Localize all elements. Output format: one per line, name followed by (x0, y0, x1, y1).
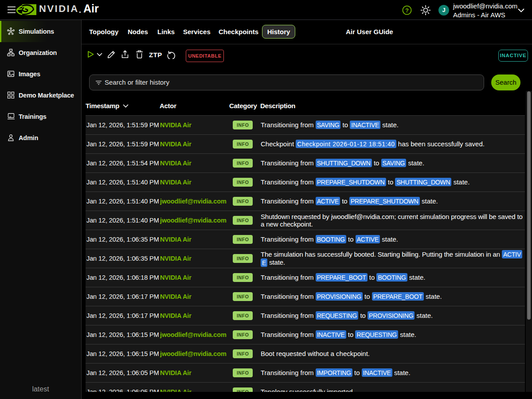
svg-text:?: ? (405, 7, 409, 14)
